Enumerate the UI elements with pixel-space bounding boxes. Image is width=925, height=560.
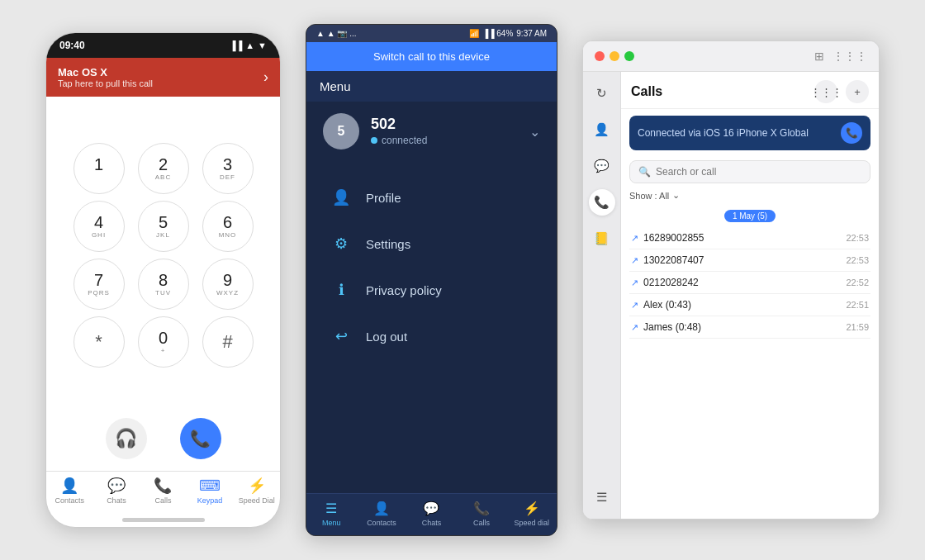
outbound-arrow-icon-4: ↗: [631, 300, 638, 311]
window-layout-icon[interactable]: ⊞: [814, 50, 824, 63]
sidebar-icon-refresh[interactable]: ↻: [589, 80, 615, 107]
call-item-2[interactable]: ↗ 13022087407 22:53: [629, 249, 870, 272]
desktop-body: ↻ 👤 💬 📞 📒 ☰ Calls ⋮⋮⋮ + Connected via iO…: [583, 72, 879, 519]
key-7[interactable]: 7PQRS: [74, 259, 125, 310]
dialpad-row-4: * 0+ #: [74, 316, 254, 368]
key-5[interactable]: 5JKL: [138, 201, 189, 252]
privacy-label: Privacy policy: [366, 283, 442, 297]
contacts-tab-icon: 👤: [373, 501, 390, 516]
connected-device-banner: Connected via iOS 16 iPhone X Global 📞: [629, 116, 870, 150]
key-9[interactable]: 9WXYZ: [202, 259, 254, 310]
voip-icon-button[interactable]: 🎧: [106, 418, 147, 459]
menu-item-privacy[interactable]: ℹ Privacy policy: [306, 267, 557, 313]
menu-item-profile[interactable]: 👤 Profile: [306, 174, 557, 221]
sidebar-icon-contacts[interactable]: 👤: [589, 116, 615, 143]
close-button[interactable]: [595, 51, 605, 61]
call-time-3: 22:52: [846, 278, 869, 287]
keypad-icon: ⌨: [199, 477, 221, 495]
search-input[interactable]: [656, 166, 861, 178]
call-number-3: ↗ 0212028242: [631, 277, 699, 288]
key-6[interactable]: 6MNO: [202, 201, 254, 252]
sidebar-icon-menu[interactable]: ☰: [589, 484, 615, 510]
phone1-banner-chevron: ›: [263, 69, 268, 86]
minimize-button[interactable]: [610, 51, 619, 61]
key-star[interactable]: *: [74, 316, 125, 368]
phone1-call-banner[interactable]: Mac OS X Tap here to pull this call ›: [46, 58, 280, 97]
call-number-1: ↗ 16289002855: [631, 232, 704, 244]
call-item-5[interactable]: ↗ James (0:48) 21:59: [629, 316, 870, 339]
phone2-tabs: ☰ Menu 👤 Contacts 💬 Chats 📞 Calls ⚡ Spee…: [306, 493, 557, 535]
outbound-arrow-icon-5: ↗: [631, 322, 638, 333]
show-filter-label: Show : All: [629, 191, 669, 201]
call-number-2: ↗ 13022087407: [631, 254, 704, 266]
call-item-1[interactable]: ↗ 16289002855 22:53: [629, 227, 870, 249]
key-0[interactable]: 0+: [138, 316, 189, 368]
key-hash[interactable]: #: [202, 316, 254, 368]
phone2-menu-items: 👤 Profile ⚙ Settings ℹ Privacy policy ↩ …: [306, 161, 557, 493]
phone1-statusbar: 09:40 ▐▐ ▲ ▼: [46, 33, 280, 58]
calls-icon: 📞: [154, 477, 172, 495]
phone2-status-right: 📶 ▐▐ 64% 9:37 AM: [469, 29, 547, 38]
grid-icon[interactable]: ⋮⋮⋮: [832, 50, 867, 63]
phone1-container: 09:40 ▐▐ ▲ ▼ Mac OS X Tap here to pull t…: [45, 32, 281, 528]
add-call-icon[interactable]: +: [846, 80, 869, 103]
phone2-tab-chats[interactable]: 💬 Chats: [406, 501, 457, 527]
phone1-tab-keypad[interactable]: ⌨ Keypad: [187, 477, 234, 505]
status-dot: [371, 137, 377, 144]
outbound-arrow-icon-2: ↗: [631, 255, 638, 266]
chats-tab-icon: 💬: [423, 501, 439, 516]
phone2-user-section[interactable]: 5 502 connected ⌄: [306, 102, 557, 161]
call-button[interactable]: 📞: [180, 418, 221, 459]
call-number-5: ↗ James (0:48): [631, 321, 701, 333]
key-8[interactable]: 8TUV: [138, 259, 189, 310]
phone1-tab-contacts[interactable]: 👤 Contacts: [46, 477, 93, 505]
grid-apps-icon[interactable]: ⋮⋮⋮: [814, 80, 837, 103]
phone1-status-icons: ▐▐ ▲ ▼: [230, 40, 267, 50]
titlebar-icons: ⊞ ⋮⋮⋮: [814, 50, 867, 63]
call-number-4: ↗ Alex (0:43): [631, 299, 691, 311]
key-4[interactable]: 4GHI: [74, 201, 125, 252]
phone2-statusbar: ▲ ▲ 📷 ... 📶 ▐▐ 64% 9:37 AM: [306, 25, 557, 42]
desktop-app: ⊞ ⋮⋮⋮ ↻ 👤 💬 📞 📒 ☰ Calls ⋮⋮⋮ + Connect: [582, 40, 880, 520]
phone1-dialpad: 1 2ABC 3DEF 4GHI 5JKL 6MNO 7PQRS 8TUV 9W…: [46, 97, 280, 413]
phone1-tab-speeddial[interactable]: ⚡ Speed Dial: [233, 477, 280, 505]
calls-tab-icon: 📞: [473, 501, 490, 516]
menu-item-settings[interactable]: ⚙ Settings: [306, 221, 557, 267]
sidebar-icon-phonebook[interactable]: 📒: [589, 225, 615, 252]
sidebar-icon-chat[interactable]: 💬: [589, 153, 615, 179]
key-3[interactable]: 3DEF: [202, 143, 254, 194]
phone2-tab-menu[interactable]: ☰ Menu: [306, 501, 357, 527]
phone1-banner-title: Mac OS X: [58, 66, 153, 78]
search-bar[interactable]: 🔍: [629, 160, 870, 183]
menu-item-logout[interactable]: ↩ Log out: [306, 313, 557, 359]
user-status-row: connected: [371, 135, 427, 146]
phone2-tab-calls[interactable]: 📞 Calls: [457, 501, 507, 527]
phone2-tab-contacts[interactable]: 👤 Contacts: [357, 501, 407, 527]
phone2-tab-speeddial[interactable]: ⚡ Speed dial: [506, 501, 557, 527]
phone2-switch-banner[interactable]: Switch call to this device: [306, 42, 557, 71]
sidebar-bottom: ☰: [589, 484, 615, 510]
key-2[interactable]: 2ABC: [138, 143, 189, 194]
call-item-3[interactable]: ↗ 0212028242 22:52: [629, 272, 870, 294]
phone2-menu-header: Menu: [306, 71, 557, 102]
phone2-status-left: ▲ ▲ 📷 ...: [316, 29, 356, 38]
profile-label: Profile: [366, 191, 401, 205]
maximize-button[interactable]: [624, 51, 634, 61]
outbound-arrow-icon: ↗: [631, 233, 638, 244]
dialpad-row-2: 4GHI 5JKL 6MNO: [74, 201, 254, 252]
connected-device-btn[interactable]: 📞: [841, 122, 862, 144]
user-info: 502 connected: [371, 116, 427, 146]
call-item-4[interactable]: ↗ Alex (0:43) 22:51: [629, 294, 870, 316]
expand-icon[interactable]: ⌄: [529, 124, 540, 140]
desktop-main: Calls ⋮⋮⋮ + Connected via iOS 16 iPhone …: [621, 72, 879, 519]
dialpad-row-1: 1 2ABC 3DEF: [74, 143, 254, 194]
show-filter[interactable]: Show : All ⌄: [621, 188, 879, 202]
phone1-tab-calls[interactable]: 📞 Calls: [140, 477, 187, 505]
key-1[interactable]: 1: [74, 143, 125, 194]
user-extension: 502: [371, 116, 427, 131]
call-time-4: 22:51: [846, 300, 869, 310]
privacy-icon: ℹ: [330, 278, 353, 301]
sidebar-icon-phone[interactable]: 📞: [589, 189, 615, 216]
phone1-tab-chats[interactable]: 💬 Chats: [93, 477, 140, 505]
settings-label: Settings: [366, 237, 410, 251]
